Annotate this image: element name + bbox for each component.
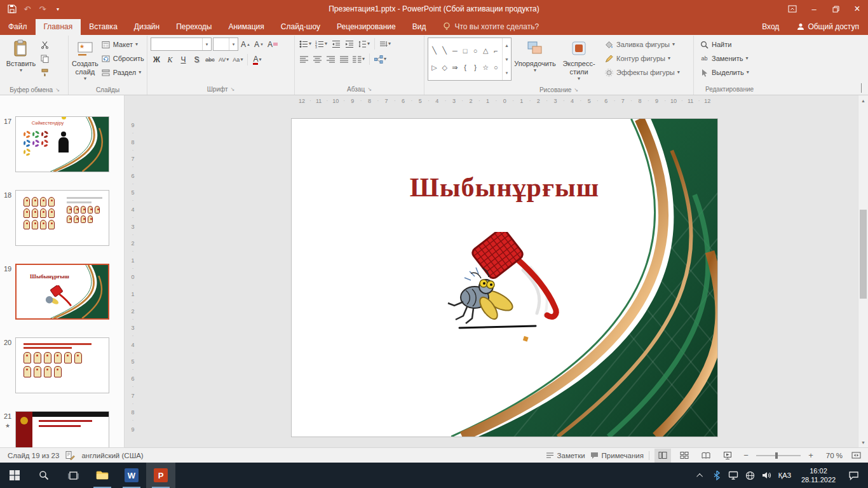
start-button[interactable] — [0, 463, 29, 488]
hidden-icons-chevron-icon[interactable] — [693, 463, 708, 488]
change-case-button[interactable]: Aa▾ — [231, 53, 244, 66]
language-indicator[interactable]: английский (США) — [81, 452, 143, 459]
shape-icon[interactable]: ╲ — [430, 46, 439, 55]
shape-icon[interactable]: ⌐ — [491, 46, 501, 55]
collapse-ribbon-icon[interactable] — [861, 84, 862, 93]
tab-design[interactable]: Дизайн — [126, 19, 168, 35]
normal-view-button[interactable] — [654, 449, 671, 463]
globe-icon[interactable] — [742, 463, 757, 488]
tab-insert[interactable]: Вставка — [81, 19, 126, 35]
paragraph-dialog-launcher-icon[interactable]: ↘ — [367, 86, 372, 92]
section-button[interactable]: Раздел ▾ — [98, 65, 147, 79]
bluetooth-icon[interactable] — [709, 463, 724, 488]
qat-customize-icon[interactable]: ▾ — [51, 2, 65, 16]
paste-button[interactable]: Вставить ▾ — [4, 37, 37, 85]
font-color-button[interactable]: А▾ — [251, 53, 263, 66]
tab-review[interactable]: Рецензирование — [329, 19, 404, 35]
shape-icon[interactable]: ▷ — [430, 63, 439, 72]
taskbar-clock[interactable]: 16:02 28.11.2022 — [796, 466, 841, 484]
shape-icon[interactable]: ⇒ — [450, 63, 459, 72]
ribbon-display-options-icon[interactable] — [782, 0, 803, 18]
shape-fill-button[interactable]: Заливка фигуры ▾ — [602, 37, 682, 51]
clear-formatting-button[interactable]: А — [266, 38, 279, 51]
tab-view[interactable]: Вид — [404, 19, 435, 35]
thumbnail-slide-18[interactable]: 18 — [0, 190, 124, 246]
cut-button[interactable] — [37, 37, 52, 51]
numbering-button[interactable]: 123 ▾ — [314, 37, 329, 50]
shapes-more-icon[interactable]: ▾ — [503, 66, 511, 80]
shape-icon[interactable]: ○ — [471, 46, 480, 55]
task-view-button[interactable] — [58, 463, 88, 488]
shapes-scroll-up-icon[interactable]: ▲ — [503, 38, 511, 52]
tab-home[interactable]: Главная — [36, 19, 81, 35]
shape-icon[interactable]: { — [460, 63, 470, 72]
shape-icon[interactable]: ─ — [450, 46, 459, 55]
minimize-button[interactable]: – — [803, 0, 825, 18]
slide-title[interactable]: Шыбынұрғыш — [292, 172, 717, 203]
new-slide-button[interactable]: ★ Создать слайд ▾ — [72, 37, 98, 85]
shape-icon[interactable]: □ — [460, 46, 470, 55]
thumbnail-slide-20[interactable]: 20 — [0, 337, 124, 393]
justify-button[interactable] — [338, 53, 350, 65]
select-button[interactable]: Выделить ▾ — [697, 65, 752, 79]
font-name-caret-icon[interactable]: ▾ — [202, 38, 211, 50]
italic-button[interactable]: К — [164, 53, 176, 66]
shape-icon[interactable]: ○ — [491, 63, 501, 72]
shape-icon[interactable]: } — [471, 63, 480, 72]
language-switcher[interactable]: ҚАЗ — [775, 471, 794, 479]
zoom-slider-thumb[interactable] — [775, 452, 778, 459]
network-icon[interactable] — [726, 463, 741, 488]
copy-button[interactable] — [37, 51, 52, 65]
comments-button[interactable]: Примечания — [590, 452, 644, 459]
slide-canvas[interactable]: Шыбынұрғыш — [291, 118, 718, 437]
shape-effects-button[interactable]: Эффекты фигуры ▾ — [602, 65, 682, 79]
font-dialog-launcher-icon[interactable]: ↘ — [231, 86, 235, 92]
thumbnail-slide-17[interactable]: 17 Сәйкестендіру — [0, 116, 124, 172]
align-center-button[interactable] — [311, 53, 323, 65]
bullets-button[interactable]: ▾ — [298, 37, 313, 50]
shape-icon[interactable]: ☆ — [481, 63, 491, 72]
fit-to-window-button[interactable] — [848, 449, 864, 463]
scroll-up-icon[interactable]: ▲ — [858, 95, 868, 105]
search-button[interactable] — [29, 463, 58, 488]
font-size-caret-icon[interactable]: ▾ — [229, 38, 238, 50]
reset-button[interactable]: Сбросить — [98, 51, 147, 65]
decrease-indent-button[interactable] — [330, 37, 342, 50]
convert-smartart-button[interactable]: ▾ — [373, 53, 388, 65]
notes-button[interactable]: Заметки — [546, 452, 585, 459]
zoom-out-button[interactable]: − — [741, 451, 751, 460]
quick-styles-button[interactable]: Экспресс- стили ▾ — [559, 37, 599, 85]
file-explorer-button[interactable] — [88, 463, 117, 488]
scroll-down-icon[interactable]: ▼ — [858, 437, 868, 447]
zoom-level[interactable]: 70 % — [821, 452, 843, 459]
undo-icon[interactable]: ↶ — [20, 2, 34, 16]
drawing-dialog-launcher-icon[interactable]: ↘ — [574, 87, 578, 93]
shape-outline-button[interactable]: Контур фигуры ▾ — [602, 51, 682, 65]
tab-file[interactable]: Файл — [0, 19, 36, 35]
zoom-slider[interactable] — [756, 455, 801, 456]
align-right-button[interactable] — [325, 53, 337, 65]
replace-button[interactable]: ab Заменить ▾ — [697, 51, 752, 65]
layout-button[interactable]: Макет ▾ — [98, 37, 147, 51]
find-button[interactable]: Найти — [697, 37, 752, 51]
arrange-button[interactable]: Упорядочить ▾ — [514, 37, 556, 85]
word-button[interactable]: W — [117, 463, 146, 488]
font-name-combo[interactable]: ▾ — [151, 37, 212, 51]
shapes-scroll-down-icon[interactable]: ▼ — [503, 52, 511, 66]
text-direction-button[interactable]: ▾ — [378, 37, 392, 50]
vertical-scrollbar[interactable]: ▲ ▼ — [858, 95, 868, 447]
restore-button[interactable] — [825, 0, 846, 18]
tab-animations[interactable]: Анимация — [220, 19, 272, 35]
shrink-font-button[interactable]: А▼ — [253, 38, 265, 51]
tab-slideshow[interactable]: Слайд-шоу — [273, 19, 329, 35]
align-left-button[interactable] — [298, 53, 310, 65]
slide-sorter-view-button[interactable] — [676, 449, 693, 463]
slideshow-view-button[interactable] — [719, 449, 736, 463]
fly-swatter-image[interactable] — [442, 232, 566, 337]
columns-button[interactable]: ▾ — [351, 53, 366, 65]
reading-view-button[interactable] — [698, 449, 714, 463]
powerpoint-button[interactable]: P — [146, 463, 175, 488]
tab-transitions[interactable]: Переходы — [168, 19, 220, 35]
thumbnail-slide-19[interactable]: 19 Шыбынұрғыш — [0, 264, 124, 320]
underline-button[interactable]: Ч — [177, 53, 189, 66]
